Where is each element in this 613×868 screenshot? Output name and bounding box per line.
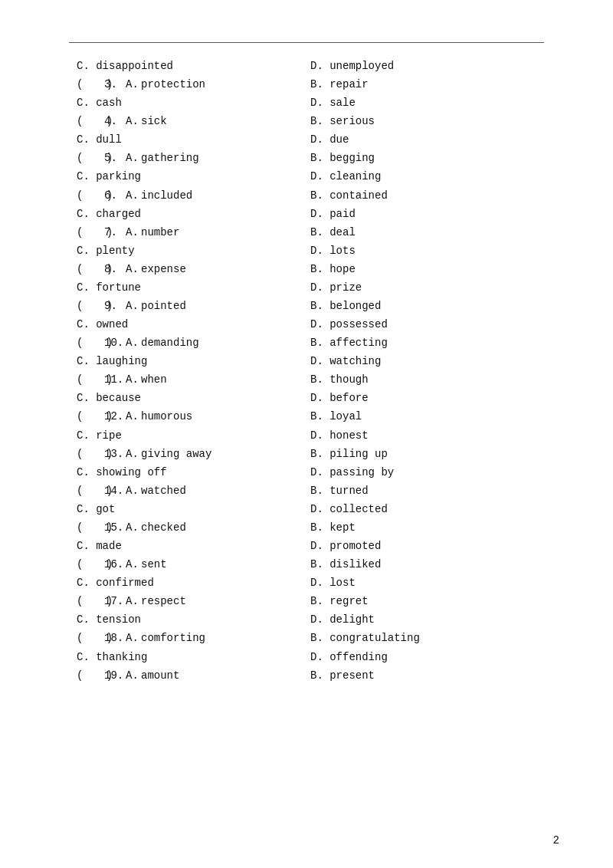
option-text: C. owned	[77, 318, 128, 330]
option-text: B. kept	[310, 521, 356, 534]
table-row: C. madeD. promoted	[77, 537, 544, 555]
question-num: 4.	[104, 112, 126, 130]
right-item: B. hope	[310, 260, 544, 278]
option-text: B. affecting	[310, 337, 388, 349]
option-text: checked	[141, 518, 186, 537]
right-item: D. offending	[310, 648, 544, 666]
open-paren: (	[77, 592, 93, 610]
close-paren: )	[93, 518, 104, 537]
close-paren: )	[93, 75, 104, 94]
left-item: ( )12.A.humorous	[77, 407, 310, 426]
option-letter: A.	[126, 223, 141, 242]
option-text: D. lots	[310, 245, 356, 257]
option-text: D. delight	[310, 613, 375, 626]
close-paren: )	[93, 482, 104, 500]
left-item: C. disappointed	[77, 57, 310, 75]
right-item: B. belonged	[310, 297, 544, 315]
table-row: ( )17.A.respectB. regret	[77, 592, 544, 610]
option-text: D. offending	[310, 651, 388, 663]
right-item: D. paid	[310, 205, 544, 223]
option-text: protection	[141, 75, 205, 94]
close-paren: )	[93, 260, 104, 278]
option-text: D. collected	[310, 503, 388, 515]
option-text: B. disliked	[310, 558, 381, 570]
left-item: ( )9.A.pointed	[77, 297, 310, 315]
table-row: C. dullD. due	[77, 130, 544, 149]
right-item: D. delight	[310, 610, 544, 629]
close-paren: )	[93, 592, 104, 610]
close-paren: )	[93, 629, 104, 647]
close-paren: )	[93, 407, 104, 426]
table-row: ( )11.A.whenB. though	[77, 370, 544, 389]
close-paren: )	[93, 445, 104, 463]
option-text: C. ripe	[77, 429, 122, 442]
open-paren: (	[77, 75, 93, 94]
close-paren: )	[93, 555, 104, 574]
open-paren: (	[77, 297, 93, 315]
option-text: C. laughing	[77, 355, 147, 367]
left-item: ( )8.A.expense	[77, 260, 310, 278]
option-text: expense	[141, 260, 186, 278]
right-item: D. prize	[310, 278, 544, 297]
right-item: B. kept	[310, 518, 544, 537]
option-text: C. thanking	[77, 651, 147, 663]
left-item: C. got	[77, 500, 310, 518]
right-item: B. regret	[310, 592, 544, 610]
option-text: when	[141, 370, 167, 389]
question-num: 19.	[104, 666, 126, 685]
table-row: ( )8.A.expenseB. hope	[77, 260, 544, 278]
left-item: ( )17.A.respect	[77, 592, 310, 610]
option-text: sent	[141, 555, 167, 574]
option-text: D. possessed	[310, 318, 388, 330]
option-text: number	[141, 223, 179, 242]
option-text: B. regret	[310, 595, 369, 607]
option-text: C. charged	[77, 208, 141, 220]
close-paren: )	[93, 370, 104, 389]
left-item: C. ripe	[77, 426, 310, 445]
right-item: B. deal	[310, 223, 544, 242]
right-item: B. disliked	[310, 555, 544, 574]
option-text: D. due	[310, 133, 349, 146]
option-text: amount	[141, 666, 179, 685]
question-num: 11.	[104, 370, 126, 389]
table-row: ( )6.A.includedB. contained	[77, 186, 544, 205]
table-row: C. showing offD. passing by	[77, 463, 544, 482]
option-text: D. honest	[310, 429, 369, 442]
option-text: D. before	[310, 392, 369, 404]
left-item: ( )10.A.demanding	[77, 334, 310, 352]
left-item: C. showing off	[77, 463, 310, 482]
top-divider	[69, 42, 544, 43]
right-item: D. passing by	[310, 463, 544, 482]
close-paren: )	[93, 186, 104, 205]
option-text: B. serious	[310, 115, 375, 127]
option-text: D. prize	[310, 281, 362, 294]
question-num: 12.	[104, 407, 126, 426]
left-item: ( )18.A.comforting	[77, 629, 310, 647]
option-letter: A.	[126, 149, 141, 167]
question-num: 9.	[104, 297, 126, 315]
right-item: B. contained	[310, 186, 544, 205]
option-text: B. congratulating	[310, 632, 420, 644]
right-item: B. affecting	[310, 334, 544, 352]
table-row: C. tensionD. delight	[77, 610, 544, 629]
right-item: B. congratulating	[310, 629, 544, 647]
right-item: D. before	[310, 389, 544, 407]
question-num: 5.	[104, 149, 126, 167]
question-num: 6.	[104, 186, 126, 205]
option-letter: A.	[126, 666, 141, 685]
open-paren: (	[77, 260, 93, 278]
right-item: D. watching	[310, 352, 544, 370]
right-item: B. present	[310, 666, 544, 685]
option-letter: A.	[126, 186, 141, 205]
left-item: ( )16.A.sent	[77, 555, 310, 574]
left-item: C. tension	[77, 610, 310, 629]
option-text: humorous	[141, 407, 192, 426]
option-letter: A.	[126, 555, 141, 574]
option-letter: A.	[126, 334, 141, 352]
left-item: ( )15.A.checked	[77, 518, 310, 537]
option-text: B. belonged	[310, 300, 381, 312]
option-text: D. promoted	[310, 540, 381, 552]
table-row: ( )4.A.sickB. serious	[77, 112, 544, 130]
left-item: ( )19.A.amount	[77, 666, 310, 685]
open-paren: (	[77, 445, 93, 463]
